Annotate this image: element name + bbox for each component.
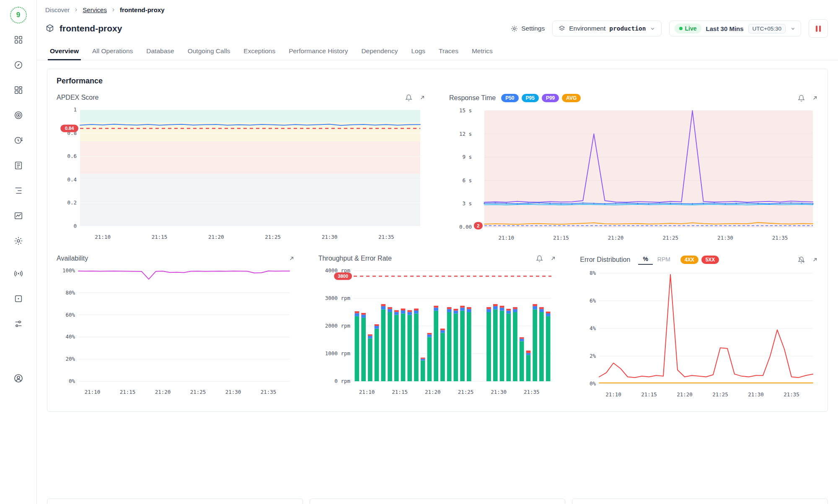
- svg-text:21:35: 21:35: [261, 389, 277, 395]
- svg-text:21:20: 21:20: [677, 391, 693, 398]
- settings-button[interactable]: Settings: [511, 25, 545, 32]
- svg-text:21:20: 21:20: [608, 235, 624, 241]
- bell-icon[interactable]: [536, 255, 543, 262]
- chevron-down-icon: [790, 26, 796, 31]
- breadcrumb-discover[interactable]: Discover: [45, 6, 70, 13]
- breadcrumb-current: frontend-proxy: [120, 6, 165, 13]
- environment-select[interactable]: Environment production: [552, 21, 661, 36]
- tab-overview[interactable]: Overview: [44, 43, 85, 60]
- svg-text:0%: 0%: [590, 380, 596, 387]
- bell-icon[interactable]: [405, 94, 412, 101]
- tab-exceptions[interactable]: Exceptions: [237, 43, 282, 60]
- live-indicator[interactable]: Live: [675, 23, 701, 34]
- svg-text:1: 1: [73, 106, 77, 113]
- signoz-logo[interactable]: 9: [10, 7, 27, 23]
- tab-performance-history[interactable]: Performance History: [282, 43, 354, 60]
- clock-alert-icon[interactable]: [14, 136, 23, 145]
- response-time-chart: 0.003 s6 s9 s12 s15 s21:1021:1521:2021:2…: [449, 105, 818, 244]
- badge-4xx[interactable]: 4XX: [680, 256, 698, 264]
- expand-icon[interactable]: [288, 255, 295, 262]
- logs-icon[interactable]: [14, 161, 23, 170]
- apps-grid-icon[interactable]: [14, 35, 23, 44]
- svg-text:21:20: 21:20: [425, 389, 441, 395]
- pause-live-button[interactable]: [809, 19, 828, 38]
- timezone-chip[interactable]: UTC+05:30: [748, 24, 786, 34]
- sidebar: 9: [0, 0, 37, 504]
- bell-off-icon[interactable]: [798, 256, 805, 264]
- compass-icon[interactable]: [14, 60, 23, 70]
- bell-icon[interactable]: [798, 95, 805, 102]
- throughput-title: Throughput & Error Rate: [318, 255, 392, 262]
- cube-icon: [45, 24, 54, 33]
- tab-bar: Overview All Operations Database Outgoin…: [37, 43, 838, 60]
- sliders-icon[interactable]: [14, 319, 23, 328]
- svg-text:21:30: 21:30: [225, 389, 241, 395]
- svg-text:21:10: 21:10: [359, 389, 375, 395]
- tab-traces[interactable]: Traces: [432, 43, 465, 60]
- error-distribution-panel: Error Distribution % RPM 4XX 5XX: [580, 255, 818, 401]
- expand-icon[interactable]: [419, 94, 426, 101]
- svg-text:21:10: 21:10: [95, 234, 111, 240]
- expand-icon[interactable]: [550, 255, 556, 262]
- list-lines-icon[interactable]: [14, 186, 23, 195]
- svg-text:2: 2: [477, 223, 479, 228]
- badge-p50[interactable]: P50: [501, 94, 518, 102]
- tab-dependency[interactable]: Dependency: [355, 43, 404, 60]
- box-dot-icon[interactable]: [14, 294, 23, 303]
- throughput-chart: 0 rpm1000 rpm2000 rpm3000 rpm4000 rpm21:…: [318, 265, 556, 398]
- settings-label: Settings: [521, 25, 545, 32]
- toggle-percent[interactable]: %: [638, 255, 652, 265]
- svg-text:4%: 4%: [590, 325, 596, 331]
- broadcast-icon[interactable]: [14, 269, 23, 278]
- svg-text:21:25: 21:25: [265, 234, 281, 240]
- badge-5xx[interactable]: 5XX: [701, 256, 719, 264]
- time-range-label: Last 30 Mins: [706, 25, 744, 32]
- svg-text:3 s: 3 s: [462, 200, 472, 207]
- unit-toggle: % RPM: [638, 255, 675, 265]
- svg-text:21:20: 21:20: [208, 234, 224, 240]
- svg-text:0: 0: [73, 223, 77, 229]
- svg-text:100%: 100%: [62, 267, 75, 274]
- time-range-picker[interactable]: Live Last 30 Mins UTC+05:30: [669, 21, 801, 36]
- expand-icon[interactable]: [812, 95, 818, 101]
- badge-p95[interactable]: P95: [522, 94, 539, 102]
- tab-database[interactable]: Database: [140, 43, 180, 60]
- page-header: frontend-proxy Settings Environment prod…: [37, 16, 838, 43]
- throughput-panel: Throughput & Error Rate 0 rpm1000 rpm20: [318, 255, 557, 401]
- expand-icon[interactable]: [812, 256, 818, 263]
- svg-text:21:15: 21:15: [120, 389, 136, 395]
- badge-avg[interactable]: AVG: [562, 94, 581, 102]
- profile-icon[interactable]: [13, 374, 23, 383]
- environment-icon: [559, 25, 565, 32]
- gear-icon: [511, 25, 518, 32]
- breadcrumb-services[interactable]: Services: [83, 6, 107, 13]
- gear-sparkle-icon[interactable]: [14, 236, 23, 246]
- badge-p99[interactable]: P99: [542, 94, 559, 102]
- tab-metrics[interactable]: Metrics: [466, 43, 499, 60]
- error-distribution-chart: 0%2%4%6%8%21:1021:1521:2021:2521:3021:35: [580, 267, 818, 401]
- svg-text:21:35: 21:35: [772, 235, 788, 241]
- layout-dashboard-icon[interactable]: [14, 85, 23, 95]
- pause-icon: [819, 26, 821, 32]
- svg-text:0%: 0%: [69, 378, 75, 384]
- svg-text:21:30: 21:30: [491, 389, 507, 395]
- tab-all-operations[interactable]: All Operations: [86, 43, 139, 60]
- tab-logs[interactable]: Logs: [405, 43, 432, 60]
- tab-outgoing-calls[interactable]: Outgoing Calls: [181, 43, 237, 60]
- availability-chart: 0%20%40%60%80%100%21:1021:1521:2021:2521…: [57, 265, 295, 398]
- svg-text:21:10: 21:10: [498, 235, 514, 241]
- app-root: 9: [0, 0, 838, 504]
- chevron-right-icon: [73, 7, 79, 13]
- svg-text:3000 rpm: 3000 rpm: [325, 295, 350, 301]
- svg-text:21:15: 21:15: [641, 391, 657, 398]
- chart-image-icon[interactable]: [14, 211, 23, 220]
- svg-text:0.6: 0.6: [67, 153, 77, 159]
- performance-card: Performance APDEX Score: [47, 69, 828, 412]
- availability-title: Availability: [57, 255, 88, 262]
- toggle-rpm[interactable]: RPM: [653, 255, 675, 264]
- target-icon[interactable]: [14, 111, 23, 120]
- svg-text:21:15: 21:15: [392, 389, 408, 395]
- card-stub: [572, 499, 828, 504]
- apdex-title: APDEX Score: [57, 94, 98, 101]
- svg-text:0.2: 0.2: [67, 199, 77, 206]
